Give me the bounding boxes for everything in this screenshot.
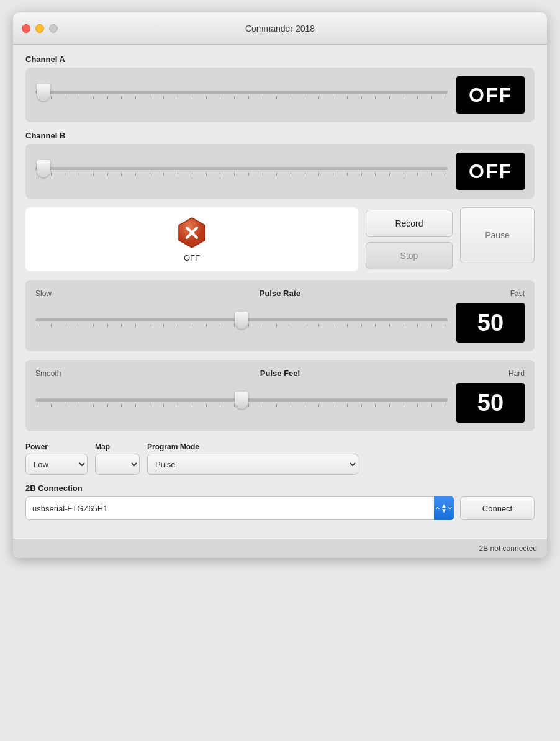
- stop-button[interactable]: Stop: [366, 242, 453, 269]
- program-mode-group: Program Mode Pulse Wave Continuous A Spl…: [147, 442, 358, 475]
- program-mode-label: Program Mode: [147, 442, 358, 451]
- power-select[interactable]: Low Medium High: [25, 454, 88, 475]
- window-title: Commander 2018: [245, 24, 315, 34]
- power-label: Power: [25, 442, 88, 451]
- channel-a-slider-area: [35, 91, 448, 99]
- connection-row: usbserial-FTGZ65H1 ▲ ▼ Connect: [25, 496, 535, 520]
- pulse-rate-row: 50: [35, 303, 525, 343]
- maximize-button[interactable]: [49, 24, 58, 33]
- titlebar: Commander 2018: [13, 12, 547, 45]
- map-group: Map 1 2 3: [95, 442, 140, 475]
- channel-b-slider-area: [35, 167, 448, 176]
- statusbar-text: 2B not connected: [479, 544, 537, 553]
- pulse-rate-header: Slow Pulse Rate Fast: [35, 289, 525, 298]
- channel-a-box: OFF: [25, 68, 535, 122]
- connection-select-wrapper: usbserial-FTGZ65H1 ▲ ▼: [25, 496, 454, 520]
- channel-b-track: [35, 167, 448, 170]
- pause-button[interactable]: Pause: [460, 207, 535, 263]
- connection-device-select[interactable]: usbserial-FTGZ65H1: [25, 496, 454, 520]
- pulse-feel-left: Smooth: [35, 369, 66, 378]
- power-select-wrapper: Low Medium High: [25, 454, 88, 475]
- pulse-feel-label: Pulse Feel: [66, 369, 494, 378]
- pulse-rate-track: [35, 318, 448, 321]
- pulse-feel-right: Hard: [494, 369, 525, 378]
- channel-a-thumb[interactable]: [37, 84, 50, 101]
- pulse-rate-left: Slow: [35, 289, 66, 298]
- connection-section: 2B Connection usbserial-FTGZ65H1 ▲ ▼: [25, 483, 535, 520]
- status-box: OFF: [25, 207, 358, 271]
- content-area: Channel A: [13, 45, 547, 532]
- close-button[interactable]: [22, 24, 30, 33]
- pulse-feel-thumb[interactable]: [235, 392, 248, 409]
- map-select-wrapper: 1 2 3: [95, 454, 140, 475]
- channel-b-thumb[interactable]: [37, 160, 50, 177]
- channel-a-display: OFF: [456, 76, 525, 114]
- statusbar: 2B not connected: [13, 539, 547, 558]
- status-icon: [175, 216, 209, 249]
- pulse-rate-value: 50: [477, 310, 504, 336]
- pulse-rate-right: Fast: [494, 289, 525, 298]
- power-group: Power Low Medium High: [25, 442, 88, 475]
- pulse-feel-value: 50: [477, 390, 504, 416]
- channel-b-box: OFF: [25, 144, 535, 199]
- pulse-feel-track: [35, 398, 448, 402]
- pulse-feel-display: 50: [456, 383, 525, 423]
- channel-a-value: OFF: [469, 84, 512, 107]
- traffic-lights: [22, 24, 58, 33]
- pulse-feel-header: Smooth Pulse Feel Hard: [35, 369, 525, 378]
- connect-button[interactable]: Connect: [460, 496, 535, 520]
- pulse-rate-slider-container: [35, 318, 448, 327]
- program-mode-select[interactable]: Pulse Wave Continuous A Split B: [147, 454, 358, 475]
- pulse-feel-section: Smooth Pulse Feel Hard: [25, 360, 535, 431]
- channel-b-display: OFF: [456, 153, 525, 190]
- record-stop-column: Record Stop: [366, 207, 453, 271]
- channel-b-ticks: [35, 173, 448, 176]
- bottom-controls: Power Low Medium High Map: [25, 440, 535, 525]
- channel-a-track: [35, 91, 448, 94]
- middle-row: OFF Record Stop Pause: [25, 207, 535, 271]
- status-text: OFF: [184, 253, 200, 263]
- channel-b-value: OFF: [469, 160, 512, 183]
- pulse-rate-thumb[interactable]: [235, 312, 248, 329]
- record-button[interactable]: Record: [366, 210, 453, 237]
- map-label: Map: [95, 442, 140, 451]
- main-window: Commander 2018 Channel A: [13, 12, 547, 558]
- pulse-rate-section: Slow Pulse Rate Fast: [25, 280, 535, 351]
- minimize-button[interactable]: [35, 24, 44, 33]
- program-mode-select-wrapper: Pulse Wave Continuous A Split B: [147, 454, 358, 475]
- connection-label: 2B Connection: [25, 483, 535, 493]
- pulse-rate-label: Pulse Rate: [66, 289, 494, 298]
- channel-b-label: Channel B: [25, 131, 535, 140]
- channel-a-label: Channel A: [25, 55, 535, 64]
- controls-row: Power Low Medium High Map: [25, 442, 535, 475]
- pulse-feel-row: 50: [35, 383, 525, 423]
- pulse-feel-slider-container: [35, 398, 448, 407]
- map-select[interactable]: 1 2 3: [95, 454, 140, 475]
- pulse-rate-display: 50: [456, 303, 525, 343]
- channel-a-ticks: [35, 96, 448, 99]
